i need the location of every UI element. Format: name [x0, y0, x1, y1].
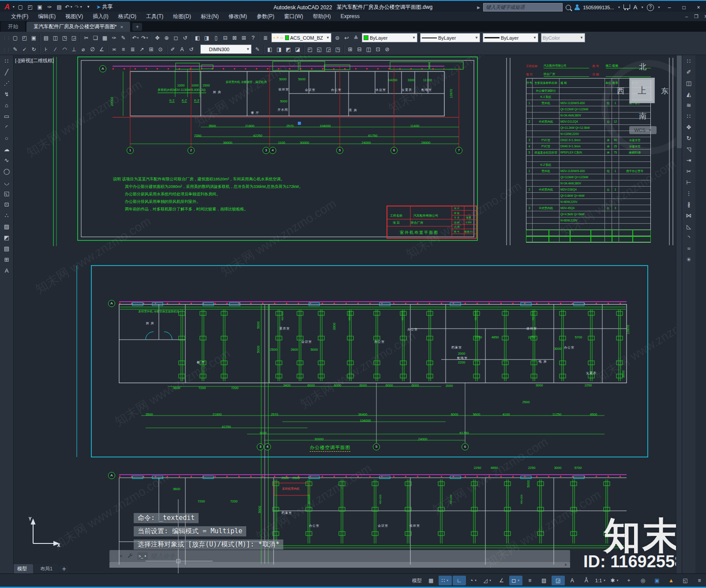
- annotation-scale-label[interactable]: 1:1▼: [594, 576, 607, 585]
- tool-palettes-icon[interactable]: ▯: [211, 33, 221, 42]
- revcloud-tool-icon[interactable]: ◱: [315, 45, 324, 54]
- help-icon[interactable]: ?: [647, 4, 654, 11]
- scale-text-icon[interactable]: ⊡: [373, 45, 383, 54]
- markup-icon[interactable]: ✎: [119, 33, 128, 42]
- menu-item-12[interactable]: Express: [336, 12, 364, 21]
- viewcube-north[interactable]: 北: [639, 62, 646, 72]
- snap-mode-icon[interactable]: ∷▼: [439, 576, 452, 585]
- explode-icon[interactable]: ✳: [683, 254, 694, 265]
- arc-icon[interactable]: ◜: [1, 122, 12, 132]
- trim-icon[interactable]: ✂: [683, 166, 694, 176]
- selection-cycling-icon[interactable]: ◲: [552, 576, 565, 585]
- object-snap-tracking-icon[interactable]: ∠: [495, 576, 508, 585]
- gradient-icon[interactable]: ◩: [1, 232, 12, 243]
- markup-set-manager-icon[interactable]: ⊠: [230, 33, 239, 42]
- autodesk-app-icon[interactable]: A: [633, 4, 637, 11]
- hatch-icon[interactable]: ▨: [1, 221, 12, 232]
- copy-object-icon[interactable]: ◫: [683, 78, 694, 88]
- extend-icon[interactable]: ⊢: [683, 177, 694, 187]
- graphics-performance-icon[interactable]: ▣: [650, 576, 664, 585]
- menu-item-4[interactable]: 格式(O): [113, 12, 141, 21]
- dimension-update-icon[interactable]: ↺: [187, 45, 196, 54]
- zoom-previous-icon[interactable]: ↺: [180, 33, 190, 42]
- continue-dimension-icon[interactable]: ≣: [128, 45, 137, 54]
- command-bar-bottom-grip[interactable]: ▲: [109, 562, 570, 568]
- command-history-up-icon[interactable]: ▲: [564, 562, 567, 566]
- clean-screen-icon[interactable]: ◱: [679, 576, 692, 585]
- properties-icon[interactable]: ◧: [193, 33, 202, 42]
- mirror-icon[interactable]: ◭: [683, 89, 694, 99]
- baseline-dimension-icon[interactable]: ≡: [119, 45, 128, 54]
- app-menu-caret-icon[interactable]: ▼: [12, 5, 15, 8]
- zoom-realtime-icon[interactable]: ⊕: [162, 33, 171, 42]
- viewcube-west[interactable]: 西: [617, 86, 624, 96]
- line-icon[interactable]: ╱: [1, 67, 12, 77]
- ellipse-arc-icon[interactable]: ◡: [1, 177, 12, 187]
- batch-plot-icon[interactable]: ◳: [60, 33, 69, 42]
- tab-close-icon[interactable]: ×: [120, 24, 123, 30]
- offset-icon[interactable]: ≋: [683, 100, 694, 110]
- annotation-visibility-icon[interactable]: A: [566, 576, 579, 585]
- transparency-icon[interactable]: ▨: [537, 576, 551, 585]
- search-collapse-icon[interactable]: ▶: [477, 5, 480, 10]
- dimension-text-edit-icon[interactable]: A: [177, 45, 187, 54]
- rotate-icon[interactable]: ↻: [683, 133, 694, 143]
- layer-states-icon[interactable]: ≙: [351, 33, 361, 42]
- justify-text-icon[interactable]: ⊘: [383, 45, 392, 54]
- command-bar-grip[interactable]: ⣿: [112, 554, 116, 558]
- make-block-icon[interactable]: ⊡: [1, 199, 12, 210]
- ellipse-icon[interactable]: ◯: [1, 166, 12, 176]
- qat-undo-icon[interactable]: ↶▼: [64, 3, 73, 11]
- draworder-below-icon[interactable]: ◪: [293, 45, 302, 54]
- pan-icon[interactable]: ✥: [153, 33, 162, 42]
- menu-item-0[interactable]: 文件(F): [6, 12, 33, 21]
- erase-icon[interactable]: ✐: [683, 67, 694, 77]
- color-combo[interactable]: ByLayer▼: [362, 33, 417, 42]
- dim-sync-icon[interactable]: ↻: [29, 45, 38, 54]
- viewcube-east[interactable]: 东: [661, 86, 668, 96]
- menu-item-7[interactable]: 标注(N): [196, 12, 224, 21]
- qat-customize-caret-icon[interactable]: ▼: [84, 3, 93, 11]
- workspace-switching-icon[interactable]: ✱▼: [608, 576, 621, 585]
- menu-item-2[interactable]: 视图(V): [60, 12, 88, 21]
- linetype-combo[interactable]: ByLayer▼: [420, 33, 480, 42]
- command-bar[interactable]: ⣿ × >_▼ 键入命令: [109, 550, 570, 562]
- qat-redo-icon[interactable]: ↷▼: [74, 3, 83, 11]
- toolbar-grip[interactable]: ∷: [1, 56, 12, 66]
- doc-close-button[interactable]: ✕: [702, 12, 706, 21]
- dim-check-icon[interactable]: ✓: [20, 45, 29, 54]
- polar-tracking-icon[interactable]: ◔▼: [467, 576, 480, 585]
- dimension-style-manager-icon[interactable]: ✎: [253, 45, 262, 54]
- ortho-mode-icon[interactable]: ∟: [453, 576, 466, 585]
- dimension-edit-icon[interactable]: ✐: [168, 45, 177, 54]
- wcs-dropdown[interactable]: WCS▼: [629, 126, 657, 134]
- doc-restore-button[interactable]: ❐: [692, 12, 701, 21]
- account-name[interactable]: 1505999135...: [583, 5, 614, 10]
- tab-document[interactable]: 某汽车配件厂房及办公楼空调平面图*×: [26, 22, 131, 32]
- center-mark-icon[interactable]: ⊙: [156, 45, 165, 54]
- quickcalc-icon[interactable]: ⊞: [239, 33, 248, 42]
- qat-plot-icon[interactable]: ▤: [55, 3, 64, 11]
- plot-icon[interactable]: ▤: [41, 33, 51, 42]
- menu-item-5[interactable]: 工具(T): [141, 12, 168, 21]
- menu-item-10[interactable]: 窗口(W): [279, 12, 308, 21]
- wipeout-icon[interactable]: ◰: [305, 45, 315, 54]
- viewcube-top-face[interactable]: 上: [629, 78, 655, 103]
- customization-icon[interactable]: ≡: [693, 576, 706, 585]
- window-close-button[interactable]: ×: [693, 3, 704, 12]
- menu-item-6[interactable]: 绘图(D): [168, 12, 196, 21]
- tab-start[interactable]: 开始: [1, 22, 26, 32]
- scale-icon[interactable]: ◹: [683, 144, 694, 154]
- cut-icon[interactable]: ✂: [82, 33, 91, 42]
- viewcube[interactable]: 北 西 东 南 上: [617, 62, 670, 128]
- tolerance-icon[interactable]: ⊞: [146, 45, 156, 54]
- autocad-logo[interactable]: A: [3, 3, 11, 11]
- text-unmask-icon[interactable]: ◳: [333, 45, 342, 54]
- convert-text-icon[interactable]: ◫: [364, 45, 373, 54]
- point-icon[interactable]: ∴: [1, 210, 12, 221]
- qat-save-icon[interactable]: ▣: [35, 3, 44, 11]
- share-button[interactable]: ➤共享: [96, 3, 113, 11]
- window-minimize-button[interactable]: –: [664, 3, 675, 12]
- draworder-back-icon[interactable]: ◨: [274, 45, 284, 54]
- plot-style-combo[interactable]: ByColor▼: [541, 33, 585, 42]
